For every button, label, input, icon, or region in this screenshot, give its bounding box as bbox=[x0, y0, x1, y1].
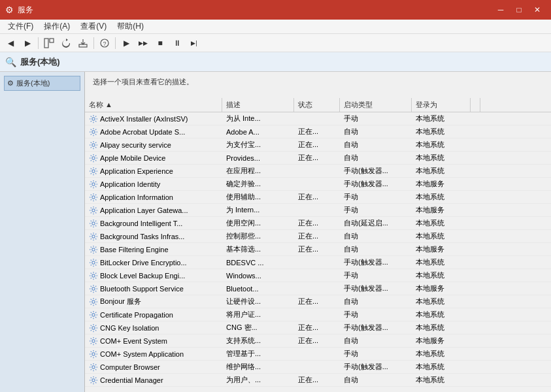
col-login[interactable]: 登录为 bbox=[412, 98, 471, 112]
table-row[interactable]: BitLocker Drive Encryptio... BDESVC ... … bbox=[85, 256, 551, 269]
td-login: 本地系统 bbox=[412, 374, 471, 386]
td-startup: 自动 bbox=[340, 152, 412, 164]
table-row[interactable]: Application Layer Gatewa... 为 Intern... … bbox=[85, 204, 551, 217]
title-bar: ⚙ 服务 ─ □ ✕ bbox=[0, 0, 551, 20]
table-row[interactable]: COM+ System Application 管理基于... 手动 本地系统 bbox=[85, 348, 551, 361]
col-scroll-placeholder bbox=[471, 98, 480, 112]
menu-view[interactable]: 查看(V) bbox=[75, 20, 112, 33]
col-status[interactable]: 状态 bbox=[294, 98, 340, 112]
td-status bbox=[294, 282, 340, 295]
td-status: 正在... bbox=[294, 125, 340, 138]
toolbar-sep-1 bbox=[38, 37, 39, 49]
svg-point-9 bbox=[92, 169, 95, 172]
help-button[interactable]: ? bbox=[97, 36, 112, 50]
td-startup: 手动(触发器... bbox=[340, 165, 412, 177]
svg-point-10 bbox=[92, 182, 95, 185]
td-startup: 自动 bbox=[340, 335, 412, 347]
maximize-button[interactable]: □ bbox=[510, 3, 527, 16]
forward-button[interactable]: ▶ bbox=[20, 36, 35, 50]
col-name[interactable]: 名称 ▲ bbox=[85, 98, 222, 112]
show-hide-tree-button[interactable] bbox=[41, 36, 57, 50]
table-row[interactable]: Bonjour 服务 让硬件设... 正在... 自动 本地系统 bbox=[85, 295, 551, 308]
menu-action[interactable]: 操作(A) bbox=[39, 20, 75, 33]
left-panel-item-services[interactable]: ⚙ 服务(本地) bbox=[4, 76, 80, 91]
close-button[interactable]: ✕ bbox=[529, 3, 546, 16]
back-button[interactable]: ◀ bbox=[3, 36, 18, 50]
play2-button[interactable]: ▶▶ bbox=[135, 36, 151, 50]
td-name: BitLocker Drive Encryptio... bbox=[85, 256, 222, 269]
table-row[interactable]: Credential Manager 为用户、... 正在... 自动 本地系统 bbox=[85, 374, 551, 387]
col-startup[interactable]: 启动类型 bbox=[340, 98, 412, 112]
td-login: 本地服务 bbox=[412, 204, 471, 216]
td-desc: Bluetoot... bbox=[222, 282, 294, 295]
td-desc: 支持系统... bbox=[222, 335, 294, 347]
td-name: Computer Browser bbox=[85, 361, 222, 373]
td-name: Background Tasks Infras... bbox=[85, 230, 222, 242]
menu-file[interactable]: 文件(F) bbox=[3, 20, 39, 33]
export-button[interactable] bbox=[75, 36, 91, 50]
table-row[interactable]: Application Experience 在应用程... 手动(触发器...… bbox=[85, 165, 551, 178]
svg-point-15 bbox=[92, 248, 95, 250]
td-end bbox=[471, 269, 480, 282]
td-startup: 手动 bbox=[340, 191, 412, 203]
stop-button[interactable]: ■ bbox=[152, 36, 168, 50]
table-row[interactable]: Application Information 使用辅助... 正在... 手动… bbox=[85, 191, 551, 204]
td-startup: 手动(触发器... bbox=[340, 282, 412, 295]
table-row[interactable]: Bluetooth Support Service Bluetoot... 手动… bbox=[85, 282, 551, 295]
services-table[interactable]: 名称 ▲ 描述 状态 启动类型 登录为 ActiveX Installer (A… bbox=[85, 98, 551, 392]
table-row[interactable]: Application Identity 确定并验... 手动(触发器... 本… bbox=[85, 178, 551, 191]
svg-point-12 bbox=[92, 208, 95, 211]
table-row[interactable]: COM+ Event System 支持系统... 正在... 自动 本地服务 bbox=[85, 335, 551, 348]
service-gear-icon bbox=[89, 193, 98, 202]
col-desc[interactable]: 描述 bbox=[222, 98, 294, 112]
td-name: ActiveX Installer (AxInstSV) bbox=[85, 112, 222, 125]
td-login: 本地系统 bbox=[412, 125, 471, 138]
table-row[interactable]: Background Tasks Infras... 控制那些... 正在...… bbox=[85, 230, 551, 243]
service-gear-icon bbox=[89, 219, 98, 228]
svg-point-16 bbox=[92, 261, 95, 263]
svg-point-7 bbox=[92, 143, 95, 146]
svg-point-11 bbox=[92, 195, 95, 198]
td-status bbox=[294, 256, 340, 269]
table-row[interactable]: Alipay security service 为支付宝... 正在... 自动… bbox=[85, 139, 551, 152]
td-status: 正在... bbox=[294, 374, 340, 386]
table-row[interactable]: Apple Mobile Device Provides... 正在... 自动… bbox=[85, 152, 551, 165]
table-row[interactable]: Base Filtering Engine 基本筛选... 正在... 自动 本… bbox=[85, 243, 551, 256]
td-login: 本地服务 bbox=[412, 178, 471, 190]
table-row[interactable]: Certificate Propagation 将用户证... 手动 本地系统 bbox=[85, 308, 551, 321]
td-name: COM+ System Application bbox=[85, 348, 222, 360]
td-end bbox=[471, 152, 480, 164]
svg-point-5 bbox=[92, 117, 95, 120]
td-login: 本地系统 bbox=[412, 361, 471, 373]
refresh-button[interactable] bbox=[58, 36, 74, 50]
service-gear-icon bbox=[89, 245, 98, 254]
minimize-button[interactable]: ─ bbox=[492, 3, 509, 16]
svg-point-8 bbox=[92, 156, 95, 159]
td-desc: 为支付宝... bbox=[222, 139, 294, 151]
td-login: 本地系统 bbox=[412, 139, 471, 151]
td-name: Alipay security service bbox=[85, 139, 222, 151]
menu-help[interactable]: 帮助(H) bbox=[112, 20, 149, 33]
service-gear-icon bbox=[89, 140, 98, 150]
play-button[interactable]: ▶ bbox=[118, 36, 134, 50]
td-status: 正在... bbox=[294, 217, 340, 229]
table-row[interactable]: Computer Browser 维护网络... 手动(触发器... 本地系统 bbox=[85, 361, 551, 374]
td-end bbox=[471, 230, 480, 242]
app-icon: ⚙ bbox=[5, 5, 14, 15]
pause-button[interactable]: ⏸ bbox=[169, 36, 185, 50]
table-row[interactable]: Background Intelligent T... 使用空闲... 正在..… bbox=[85, 217, 551, 230]
table-row[interactable]: ActiveX Installer (AxInstSV) 为从 Inte... … bbox=[85, 112, 551, 125]
td-status: 正在... bbox=[294, 335, 340, 347]
td-name: Application Information bbox=[85, 191, 222, 203]
td-login: 本地系统 bbox=[412, 256, 471, 269]
restart-button[interactable]: ▶| bbox=[186, 36, 202, 50]
table-row[interactable]: Block Level Backup Engi... Windows... 手动… bbox=[85, 269, 551, 282]
table-row[interactable]: Adobe Acrobat Update S... Adobe A... 正在.… bbox=[85, 125, 551, 139]
service-gear-icon bbox=[89, 232, 98, 241]
title-bar-controls: ─ □ ✕ bbox=[492, 3, 546, 16]
table-row[interactable]: CNG Key Isolation CNG 密... 正在... 手动(触发器.… bbox=[85, 321, 551, 335]
td-status: 正在... bbox=[294, 321, 340, 334]
service-gear-icon bbox=[89, 154, 98, 163]
content-area: ⚙ 服务(本地) 选择一个项目来查看它的描述。 名称 ▲ 描述 状态 启动类型 … bbox=[0, 72, 551, 392]
td-desc: 确定并验... bbox=[222, 178, 294, 190]
